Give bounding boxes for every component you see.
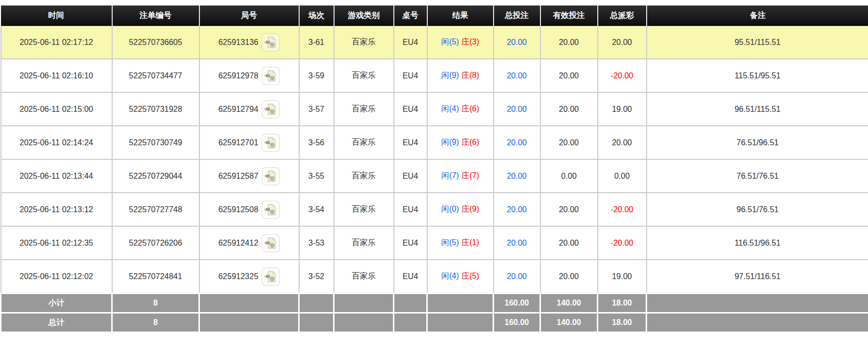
- cell-total-bet: 20.00: [494, 159, 540, 193]
- cell-result: 闲(9)庄(6): [427, 126, 494, 159]
- cell-time: 2025-06-11 02:15:00: [1, 92, 112, 126]
- round-number: 625912978: [218, 71, 258, 80]
- cell-time: 2025-06-11 02:14:24: [1, 126, 112, 159]
- cell-payout: 19.00: [598, 92, 647, 126]
- table-row[interactable]: 2025-06-11 02:13:44 522570729044 6259125…: [1, 159, 868, 193]
- round-number: 625912701: [218, 138, 258, 147]
- cell-round-id: 625912978: [199, 59, 299, 92]
- cell-result: 闲(7)庄(7): [427, 159, 494, 193]
- grand-total-count: 8: [112, 313, 199, 333]
- cell-round-id: 625912325: [199, 260, 299, 294]
- cell-bet-id: 522570730749: [112, 126, 199, 159]
- cell-game-type: 百家乐: [334, 159, 394, 193]
- subtotal-empty-cell: [427, 294, 494, 313]
- cell-time: 2025-06-11 02:12:02: [1, 260, 112, 294]
- cell-result: 闲(0)庄(9): [427, 193, 494, 226]
- cell-round-id: 625912412: [199, 226, 299, 260]
- cell-valid-bet: 20.00: [540, 193, 598, 226]
- result-player: 闲(4): [441, 104, 459, 113]
- cell-result: 闲(9)庄(8): [427, 59, 494, 92]
- result-banker: 庄(6): [462, 138, 480, 146]
- video-replay-button[interactable]: [262, 167, 280, 185]
- cell-payout: 20.00: [598, 126, 647, 159]
- bet-records-table: 时间 注单编号 局号 场次 游戏类别 桌号 结果 总投注 有效投注 总派彩 备注…: [0, 5, 868, 333]
- cell-bet-id: 522570724841: [112, 260, 199, 294]
- col-time: 时间: [1, 5, 112, 26]
- cell-round-id: 625912508: [199, 193, 299, 226]
- col-round-id: 局号: [199, 5, 299, 26]
- cell-game-type: 百家乐: [334, 193, 394, 226]
- table-header: 时间 注单编号 局号 场次 游戏类别 桌号 结果 总投注 有效投注 总派彩 备注: [1, 5, 868, 26]
- table-row[interactable]: 2025-06-11 02:16:10 522570734477 6259129…: [1, 59, 868, 92]
- cell-valid-bet: 20.00: [540, 92, 598, 126]
- cell-total-bet: 20.00: [494, 26, 540, 59]
- cell-table-no: EU4: [394, 226, 427, 260]
- table-row[interactable]: 2025-06-11 02:17:12 522570736605 6259131…: [1, 26, 868, 59]
- table-row[interactable]: 2025-06-11 02:14:24 522570730749 6259127…: [1, 126, 868, 159]
- grand-total-row: 总计 8 160.00 140.00 18.00: [1, 313, 868, 333]
- cell-table-no: EU4: [394, 26, 427, 59]
- summary-section: 小计 8 160.00 140.00 18.00 总计 8 160.00 140…: [1, 294, 868, 333]
- col-bet-id: 注单编号: [112, 5, 199, 26]
- cell-result: 闲(4)庄(5): [427, 260, 494, 294]
- cell-session: 3-59: [299, 59, 334, 92]
- cell-game-type: 百家乐: [334, 226, 394, 260]
- cell-payout: 19.00: [598, 260, 647, 294]
- video-replay-button[interactable]: [262, 201, 280, 219]
- result-banker: 庄(5): [462, 272, 480, 280]
- grand-total-total-bet: 160.00: [494, 313, 540, 333]
- cell-time: 2025-06-11 02:13:12: [1, 193, 112, 226]
- cell-valid-bet: 20.00: [540, 26, 598, 59]
- cell-round-id: 625912587: [199, 159, 299, 193]
- cell-result: 闲(5)庄(1): [427, 226, 494, 260]
- subtotal-empty-cell: [647, 294, 868, 313]
- cell-bet-id: 522570731928: [112, 92, 199, 126]
- subtotal-empty-cell: [394, 294, 427, 313]
- video-replay-icon: [264, 170, 277, 183]
- grand-total-empty-cell: [394, 313, 427, 333]
- subtotal-valid-bet: 140.00: [540, 294, 598, 313]
- round-number: 625912587: [218, 172, 258, 181]
- video-replay-button[interactable]: [262, 33, 280, 51]
- grand-total-valid-bet: 140.00: [540, 313, 598, 333]
- cell-game-type: 百家乐: [334, 92, 394, 126]
- video-replay-button[interactable]: [262, 134, 280, 152]
- result-banker: 庄(3): [462, 37, 480, 46]
- video-replay-button[interactable]: [262, 67, 280, 85]
- cell-total-bet: 20.00: [494, 92, 540, 126]
- cell-result: 闲(5)庄(3): [427, 26, 494, 59]
- cell-time: 2025-06-11 02:13:44: [1, 159, 112, 193]
- cell-table-no: EU4: [394, 159, 427, 193]
- video-replay-button[interactable]: [262, 268, 280, 286]
- cell-payout: -20.00: [598, 226, 647, 260]
- result-player: 闲(5): [441, 238, 459, 247]
- result-banker: 庄(1): [462, 238, 480, 247]
- cell-result: 闲(4)庄(6): [427, 92, 494, 126]
- result-player: 闲(9): [441, 71, 459, 79]
- grand-total-payout: 18.00: [598, 313, 647, 333]
- cell-valid-bet: 20.00: [540, 126, 598, 159]
- subtotal-empty-cell: [299, 294, 334, 313]
- result-banker: 庄(9): [462, 205, 480, 213]
- table-row[interactable]: 2025-06-11 02:15:00 522570731928 6259127…: [1, 92, 868, 126]
- table-row[interactable]: 2025-06-11 02:12:02 522570724841 6259123…: [1, 260, 868, 294]
- video-replay-icon: [264, 36, 277, 49]
- cell-total-bet: 20.00: [494, 193, 540, 226]
- cell-game-type: 百家乐: [334, 26, 394, 59]
- table-row[interactable]: 2025-06-11 02:12:35 522570726206 6259124…: [1, 226, 868, 260]
- cell-total-bet: 20.00: [494, 260, 540, 294]
- video-replay-icon: [264, 69, 277, 82]
- records-body: 2025-06-11 02:17:12 522570736605 6259131…: [1, 26, 868, 294]
- cell-total-bet: 20.00: [494, 226, 540, 260]
- video-replay-button[interactable]: [262, 234, 280, 252]
- result-player: 闲(0): [441, 205, 459, 213]
- table-row[interactable]: 2025-06-11 02:13:12 522570727748 6259125…: [1, 193, 868, 226]
- result-player: 闲(5): [441, 37, 459, 46]
- cell-table-no: EU4: [394, 59, 427, 92]
- cell-session: 3-56: [299, 126, 334, 159]
- video-replay-button[interactable]: [262, 100, 280, 118]
- cell-payout: -20.00: [598, 59, 647, 92]
- subtotal-total-bet: 160.00: [494, 294, 540, 313]
- cell-session: 3-61: [299, 26, 334, 59]
- cell-note: 95.51/115.51: [647, 26, 868, 59]
